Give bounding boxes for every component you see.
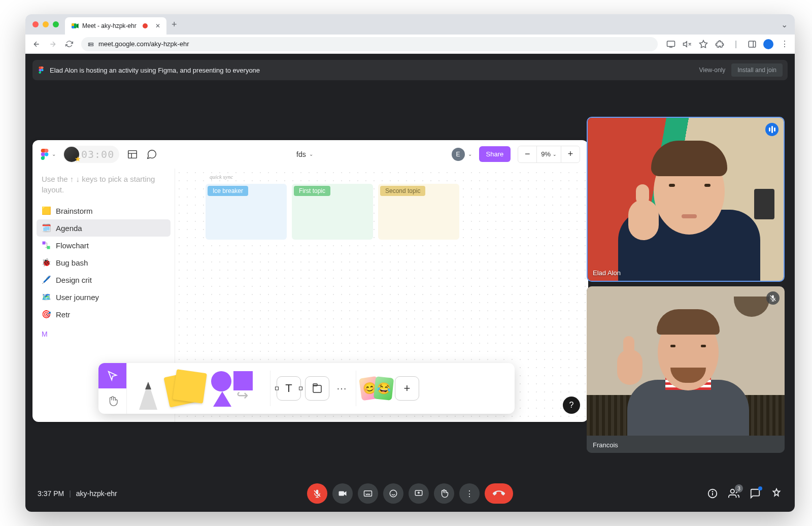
hand-tool[interactable]	[98, 388, 126, 414]
figma-logo-icon[interactable]	[41, 149, 49, 160]
profile-avatar[interactable]	[762, 38, 774, 50]
participant-tile-francois[interactable]: Francois	[587, 286, 785, 453]
leave-call-button[interactable]	[485, 483, 513, 504]
zoom-out-button[interactable]: −	[518, 146, 536, 162]
raise-hand-button[interactable]	[434, 483, 454, 504]
layout-userjourney[interactable]: 🗺️User journey	[37, 288, 171, 306]
sticky-note-tool[interactable]	[163, 368, 209, 409]
back-button[interactable]	[29, 37, 44, 51]
browser-tab[interactable]: Meet - aky-hzpk-ehr ✕	[65, 17, 166, 35]
maximize-window-icon[interactable]	[53, 21, 59, 27]
bookmark-icon[interactable]	[697, 38, 709, 50]
chat-button[interactable]	[749, 487, 761, 500]
add-widget-button[interactable]: +	[395, 376, 419, 401]
activity-banner: Elad Alon is hosting an activity using F…	[32, 60, 788, 80]
canvas-heading: quick sync	[210, 174, 233, 180]
target-icon: 🎯	[42, 310, 51, 319]
banner-text: Elad Alon is hosting an activity using F…	[50, 67, 260, 74]
svg-point-27	[713, 491, 713, 492]
stamp-tool[interactable]: 😊 😂	[360, 377, 393, 400]
meet-favicon-icon	[71, 22, 79, 30]
extensions-icon[interactable]	[714, 38, 726, 50]
help-button[interactable]: ?	[563, 397, 580, 414]
more-layouts-button[interactable]: M	[37, 326, 171, 342]
reload-button[interactable]	[62, 37, 76, 51]
figma-file-title[interactable]: fds	[296, 150, 306, 158]
figma-presentation: ⌄ 03:00 fds ⌄ E ⌄ Share − 9%⌄ +	[32, 140, 588, 422]
new-tab-button[interactable]: +	[172, 19, 177, 30]
text-tool[interactable]: T	[277, 376, 301, 401]
sidepanel-icon[interactable]	[746, 38, 758, 50]
layout-brainstorm[interactable]: 🟨Brainstorm	[37, 202, 171, 219]
topic-icebreaker[interactable]: Ice breaker	[206, 184, 287, 240]
layout-agenda[interactable]: 🗓️Agenda	[37, 219, 171, 237]
flowchart-icon	[42, 241, 51, 250]
share-button[interactable]: Share	[479, 146, 511, 162]
figma-menu-caret-icon[interactable]: ⌄	[52, 151, 56, 157]
marker-tool[interactable]	[133, 368, 163, 414]
minimize-window-icon[interactable]	[43, 21, 49, 27]
presenter-avatar[interactable]: E	[452, 148, 465, 161]
present-button[interactable]	[409, 483, 429, 504]
title-caret-icon[interactable]: ⌄	[309, 151, 313, 157]
shape-tool[interactable]: ↪	[209, 368, 260, 409]
screen-share-icon[interactable]	[665, 38, 677, 50]
clock-time: 3:37 PM	[38, 489, 64, 498]
tab-search-icon[interactable]: ⌄	[781, 20, 788, 29]
more-tools-icon[interactable]: ⋯	[336, 382, 347, 394]
topic-first[interactable]: First topic	[292, 184, 373, 240]
speaking-indicator-icon	[765, 123, 779, 136]
reactions-button[interactable]	[383, 483, 403, 504]
close-tab-icon[interactable]: ✕	[155, 22, 160, 29]
svg-rect-14	[47, 246, 50, 249]
svg-rect-22	[364, 491, 372, 497]
install-join-button[interactable]: Install and join	[731, 63, 783, 77]
activities-button[interactable]	[770, 487, 783, 500]
svg-point-23	[390, 490, 397, 497]
layout-retro[interactable]: 🎯Retr	[37, 306, 171, 323]
zoom-value[interactable]: 9%⌄	[536, 146, 561, 162]
forward-button[interactable]	[46, 37, 60, 51]
zoom-in-button[interactable]: +	[561, 146, 580, 162]
mic-toggle-button[interactable]	[307, 483, 327, 504]
chrome-menu-icon[interactable]: ⋮	[779, 38, 791, 50]
meet-main: Elad Alon is hosting an activity using F…	[25, 54, 795, 512]
meet-bottom-bar: 3:37 PM | aky-hzpk-ehr ⋮ 3	[25, 475, 795, 512]
brainstorm-icon: 🟨	[42, 206, 51, 215]
participant-name: Francois	[587, 437, 785, 453]
url-text: meet.google.com/aky-hzpk-ehr	[98, 40, 189, 48]
zoom-controls: − 9%⌄ +	[518, 146, 580, 163]
svg-rect-13	[43, 242, 46, 245]
people-button[interactable]: 3	[728, 487, 740, 500]
people-count-badge: 3	[735, 484, 743, 492]
camera-toggle-button[interactable]	[332, 483, 353, 504]
mute-tab-icon[interactable]	[681, 38, 693, 50]
svg-rect-21	[339, 491, 345, 496]
browser-toolbar: meet.google.com/aky-hzpk-ehr | ⋮	[25, 35, 795, 54]
map-icon: 🗺️	[42, 292, 51, 302]
figma-header: ⌄ 03:00 fds ⌄ E ⌄ Share − 9%⌄ +	[32, 140, 588, 169]
svg-rect-15	[313, 385, 321, 392]
timer-widget[interactable]: 03:00	[63, 146, 119, 163]
participant-tile-elad[interactable]: Elad Alon	[587, 117, 785, 282]
layout-designcrit[interactable]: 🖊️Design crit	[37, 271, 171, 288]
meeting-details-button[interactable]	[706, 487, 719, 500]
captions-button[interactable]	[358, 483, 378, 504]
layout-hint: Use the ↑ ↓ keys to pick a starting layo…	[37, 174, 171, 195]
tab-title: Meet - aky-hzpk-ehr	[82, 22, 137, 29]
chat-notification-dot	[758, 486, 762, 490]
svg-point-28	[731, 489, 734, 493]
layout-bugbash[interactable]: 🐞Bug bash	[37, 254, 171, 271]
close-window-icon[interactable]	[32, 21, 39, 27]
select-tool[interactable]	[98, 363, 126, 388]
panel-layout-icon[interactable]	[126, 148, 139, 160]
site-info-icon[interactable]	[87, 41, 94, 48]
topic-second[interactable]: Second topic	[378, 184, 459, 240]
address-bar[interactable]: meet.google.com/aky-hzpk-ehr	[81, 37, 658, 51]
comments-icon[interactable]	[146, 148, 158, 160]
layout-flowchart[interactable]: Flowchart	[37, 237, 171, 254]
more-options-button[interactable]: ⋮	[459, 483, 480, 504]
svg-rect-10	[128, 150, 137, 158]
section-tool[interactable]	[305, 376, 329, 401]
presenter-caret-icon[interactable]: ⌄	[468, 151, 472, 157]
